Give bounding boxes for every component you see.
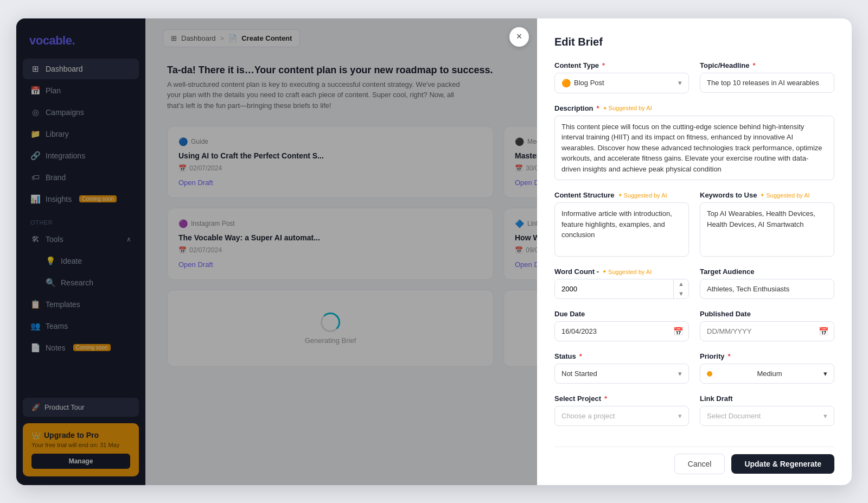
status-chevron-icon: ▾ [678,370,682,378]
keywords-ai-badge: Suggested by AI [760,192,809,199]
published-date-wrapper: 📅 [700,321,834,341]
word-count-arrows: ▲ ▼ [673,279,688,298]
priority-select[interactable]: Medium ▾ [700,364,834,384]
priority-label: Priority* [700,352,834,360]
form-group-status: Status* Not Started ▾ [554,352,689,384]
description-ai-badge: Suggested by AI [603,105,652,111]
form-row-project: Select Project* Choose a project ▾ Link … [554,394,834,426]
published-date-label: Published Date [700,310,834,318]
form-row-wordcount: Word Count - Suggested by AI ▲ ▼ Target … [554,268,834,299]
modal-overlay: × Edit Brief Content Type* 🟠 Blog Post ▾ [16,18,852,485]
word-count-wrapper: ▲ ▼ [554,279,689,299]
priority-value: Medium [757,370,782,378]
calendar-due-icon: 📅 [673,327,684,336]
target-audience-label: Target Audience [700,268,834,276]
link-draft-placeholder: Select Document [707,412,761,420]
form-group-content-type: Content Type* 🟠 Blog Post ▾ [554,61,689,93]
status-label: Status* [554,352,689,360]
form-group-target-audience: Target Audience [700,268,834,299]
form-row-1: Content Type* 🟠 Blog Post ▾ Topic/Headli… [554,61,834,93]
content-type-chevron-icon: ▾ [678,79,682,87]
form-group-word-count: Word Count - Suggested by AI ▲ ▼ [554,268,689,299]
link-draft-label: Link Draft [700,394,834,403]
project-placeholder: Choose a project [561,412,615,420]
content-structure-textarea[interactable]: Informative article with introduction, f… [554,202,689,257]
link-draft-select[interactable]: Select Document ▾ [700,406,834,426]
update-regenerate-button[interactable]: Update & Regenerate [731,454,834,474]
edit-panel: Edit Brief Content Type* 🟠 Blog Post ▾ T… [537,18,852,485]
form-group-keywords: Keywords to Use Suggested by AI Top AI W… [700,191,834,257]
content-type-select[interactable]: 🟠 Blog Post ▾ [554,73,689,93]
topic-label: Topic/Headline* [700,61,834,69]
description-label: Description* Suggested by AI [554,104,834,112]
word-count-ai-badge: Suggested by AI [602,269,652,275]
form-group-priority: Priority* Medium ▾ [700,352,834,384]
due-date-label: Due Date [554,310,689,318]
form-row-dates: Due Date 📅 Published Date 📅 [554,310,834,341]
form-group-published-date: Published Date 📅 [700,310,834,341]
form-group-description: Description* Suggested by AI This conten… [554,104,834,181]
status-select[interactable]: Not Started ▾ [554,364,689,384]
form-row-status: Status* Not Started ▾ Priority* Medium ▾ [554,352,834,384]
status-value: Not Started [561,370,597,378]
keywords-textarea[interactable]: Top AI Wearables, Health Devices, Health… [700,202,834,257]
blog-post-icon: 🟠 [561,79,571,87]
project-select[interactable]: Choose a project ▾ [554,406,689,426]
link-draft-chevron-icon: ▾ [824,412,827,420]
topic-input[interactable] [700,73,834,93]
keywords-label: Keywords to Use Suggested by AI [700,191,834,199]
word-count-down-button[interactable]: ▼ [674,289,688,299]
structure-ai-badge: Suggested by AI [618,192,667,199]
project-chevron-icon: ▾ [678,412,682,420]
form-row-structure: Content Structure Suggested by AI Inform… [554,191,834,257]
form-group-project: Select Project* Choose a project ▾ [554,394,689,426]
priority-dot [707,371,712,377]
due-date-input[interactable] [554,321,689,341]
word-count-input[interactable] [555,279,673,298]
cancel-button[interactable]: Cancel [674,454,725,474]
priority-chevron-icon: ▾ [824,370,827,378]
word-count-label: Word Count - Suggested by AI [554,268,689,276]
due-date-wrapper: 📅 [554,321,689,341]
form-group-due-date: Due Date 📅 [554,310,689,341]
close-button[interactable]: × [509,27,529,47]
word-count-up-button[interactable]: ▲ [674,279,688,289]
content-type-label: Content Type* [554,61,689,69]
description-textarea[interactable]: This content piece will focus on the cut… [554,116,834,181]
form-group-content-structure: Content Structure Suggested by AI Inform… [554,191,689,257]
calendar-published-icon: 📅 [819,327,829,336]
form-group-topic: Topic/Headline* [700,61,834,93]
target-audience-input[interactable] [700,279,834,299]
edit-panel-title: Edit Brief [554,36,834,48]
content-structure-label: Content Structure Suggested by AI [554,191,689,199]
form-group-link-draft: Link Draft Select Document ▾ [700,394,834,426]
project-label: Select Project* [554,394,689,403]
published-date-input[interactable] [700,321,834,341]
panel-footer: Cancel Update & Regenerate [554,447,834,474]
